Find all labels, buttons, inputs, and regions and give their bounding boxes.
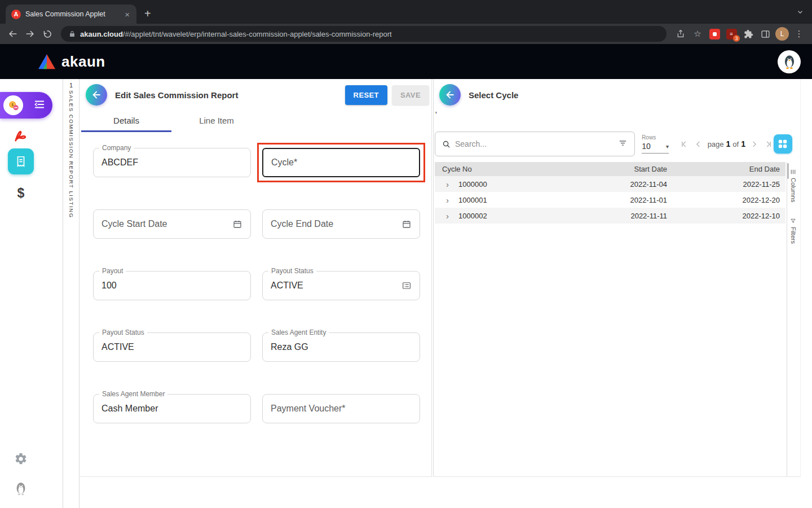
cycle-table: Cycle No Start Date End Date › 1000000 2… xyxy=(435,162,785,224)
table-row[interactable]: › 1000001 2022-11-01 2022-12-20 xyxy=(435,192,785,208)
total-pages: 1 xyxy=(741,139,745,148)
table-header-row: Cycle No Start Date End Date xyxy=(435,162,785,176)
field-cycle[interactable]: Cycle* xyxy=(262,148,420,177)
rail-penguin-icon[interactable] xyxy=(13,480,29,497)
header-start-date[interactable]: Start Date xyxy=(554,165,667,173)
row-expand-icon[interactable]: › xyxy=(435,196,458,204)
selector-toolbar: Rows 10 ▾ page 1 of 1 xyxy=(435,131,795,157)
last-page-button[interactable] xyxy=(764,139,774,149)
first-page-button[interactable] xyxy=(679,139,690,149)
next-page-button[interactable] xyxy=(749,139,760,149)
listing-tab-strip[interactable]: 1 SALES COMMISSION REPORT LISTING xyxy=(63,79,80,508)
commission-applet-icon: $ xyxy=(3,95,23,115)
header-cycle-no[interactable]: Cycle No xyxy=(435,165,554,173)
stray-mark: ' xyxy=(435,110,437,119)
field-sales-agent-entity[interactable]: Sales Agent Entity Reza GG xyxy=(262,332,420,362)
field-company[interactable]: Company ABCDEF xyxy=(93,148,251,177)
search-input[interactable] xyxy=(455,139,614,148)
rows-per-page[interactable]: Rows 10 ▾ xyxy=(642,134,670,154)
grid-icon xyxy=(778,139,788,149)
browser-reload-button[interactable] xyxy=(38,25,55,42)
field-payout-status-top[interactable]: Payout Status ACTIVE xyxy=(262,271,420,300)
user-avatar[interactable] xyxy=(778,50,801,73)
end-date-cell: 2022-12-20 xyxy=(667,196,785,204)
field-company-value: ABCDEF xyxy=(102,157,138,168)
settings-gear-icon[interactable] xyxy=(14,452,28,466)
reset-button[interactable]: RESET xyxy=(345,85,387,105)
browser-back-button[interactable] xyxy=(5,25,21,42)
field-payout[interactable]: Payout 100 xyxy=(93,271,251,300)
field-cycle-end-date[interactable]: Cycle End Date xyxy=(262,209,420,239)
header-end-date[interactable]: End Date xyxy=(667,165,785,173)
selector-title: Select Cycle xyxy=(469,90,518,100)
filter-list-icon[interactable] xyxy=(618,139,628,150)
start-date-cell: 2022-11-01 xyxy=(554,196,667,204)
calendar-icon[interactable] xyxy=(401,219,412,229)
extension-badge-icon[interactable]: ≡ 3 xyxy=(724,26,739,42)
rows-value: 10 xyxy=(642,142,651,151)
new-tab-button[interactable]: + xyxy=(144,8,151,19)
extension-red-icon[interactable] xyxy=(707,26,722,42)
field-company-label: Company xyxy=(99,144,134,152)
lock-icon xyxy=(69,30,76,37)
page-indicator: page 1 of 1 xyxy=(708,139,745,148)
extensions-puzzle-icon[interactable] xyxy=(741,26,756,42)
columns-tool[interactable]: Columns xyxy=(790,169,797,202)
field-cycle-start-date[interactable]: Cycle Start Date xyxy=(93,209,251,239)
editor-back-button[interactable] xyxy=(86,84,107,106)
save-button[interactable]: SAVE xyxy=(392,85,429,105)
selector-header: Select Cycle xyxy=(439,84,798,106)
prev-page-button[interactable] xyxy=(694,139,704,149)
tab-favicon-icon: A xyxy=(11,10,21,19)
menu-collapse-icon[interactable] xyxy=(33,99,46,112)
cycle-no-cell: 1000001 xyxy=(458,196,554,204)
table-row[interactable]: › 1000000 2022-11-04 2022-11-25 xyxy=(435,176,785,192)
row-expand-icon[interactable]: › xyxy=(435,212,458,220)
field-payout-status-bottom[interactable]: Payout Status ACTIVE xyxy=(93,332,251,362)
back-arrow-icon xyxy=(91,89,102,100)
browser-forward-button[interactable] xyxy=(21,25,38,42)
akaun-logo[interactable]: akaun xyxy=(37,53,105,71)
browser-profile-avatar[interactable]: L xyxy=(775,26,789,42)
tab-line-item[interactable]: Line Item xyxy=(171,111,262,132)
scrollbar-thumb[interactable] xyxy=(787,163,789,179)
tab-close-icon[interactable]: × xyxy=(123,9,131,20)
selector-back-button[interactable] xyxy=(439,84,461,106)
filters-tool[interactable]: Filters xyxy=(790,218,797,244)
rows-caret-icon[interactable]: ▾ xyxy=(666,143,669,150)
field-cycle-placeholder: Cycle* xyxy=(271,157,297,168)
address-bar[interactable]: akaun.cloud/#/applet/tnt/wavelet/erp/int… xyxy=(61,26,667,42)
workspace: $ $ xyxy=(0,79,812,508)
rail-item-finance-applet[interactable]: $ xyxy=(12,184,29,202)
tab-search-caret-icon[interactable] xyxy=(796,8,804,18)
list-select-icon[interactable] xyxy=(401,281,412,291)
akaun-logo-icon xyxy=(37,53,56,70)
table-row[interactable]: › 1000002 2022-11-11 2022-12-10 xyxy=(435,208,785,224)
field-payment-voucher[interactable]: Payment Voucher* xyxy=(262,394,420,423)
browser-tab[interactable]: A Sales Commission Applet × xyxy=(6,5,136,24)
grid-view-button[interactable] xyxy=(774,134,792,154)
field-sales-agent-member[interactable]: Sales Agent Member Cash Member xyxy=(93,394,251,423)
row-expand-icon[interactable]: › xyxy=(435,180,458,189)
start-date-cell: 2022-11-04 xyxy=(554,180,667,189)
current-page: 1 xyxy=(726,139,731,148)
rail-item-receipt-applet-active[interactable] xyxy=(8,148,34,174)
browser-tab-strip: A Sales Commission Applet × + xyxy=(0,0,812,24)
bookmark-star-icon[interactable]: ☆ xyxy=(690,26,705,42)
cycle-no-cell: 1000000 xyxy=(458,180,554,189)
side-panel-icon[interactable] xyxy=(758,26,773,42)
start-date-cell: 2022-11-11 xyxy=(554,212,667,220)
svg-text:$: $ xyxy=(11,102,14,107)
calendar-icon[interactable] xyxy=(232,219,242,229)
search-box[interactable] xyxy=(435,132,635,156)
rail-item-acrobat-applet[interactable] xyxy=(11,127,29,145)
browser-menu-kebab-icon[interactable]: ⋮ xyxy=(792,26,806,42)
active-applet-pill[interactable]: $ xyxy=(0,92,52,119)
editor-tabs: Details Line Item xyxy=(81,111,262,132)
tab-details[interactable]: Details xyxy=(81,111,171,132)
share-button[interactable] xyxy=(673,26,688,42)
table-tools-strip: Columns Filters xyxy=(787,162,799,476)
pagination: page 1 of 1 xyxy=(679,139,774,149)
cycle-no-cell: 1000002 xyxy=(458,212,554,220)
editor-title: Edit Sales Commission Report xyxy=(115,90,238,100)
